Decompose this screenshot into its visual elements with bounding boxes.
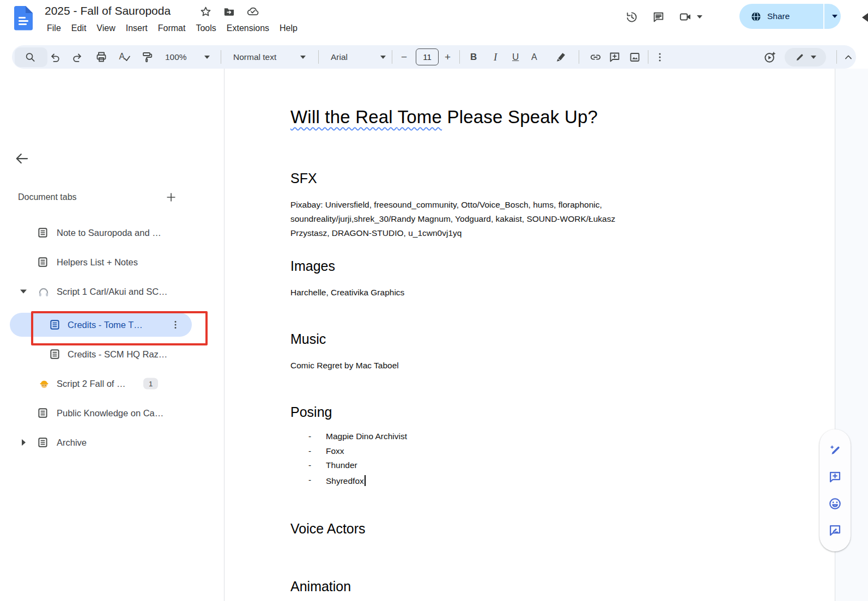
toolbar-divider [836,50,837,64]
move-folder-icon[interactable] [223,5,235,18]
search-icon[interactable] [24,51,37,63]
underline-button[interactable]: U [512,52,519,63]
expand-caret-right-icon[interactable] [22,439,26,446]
star-icon[interactable] [199,5,212,18]
sidebar-item-note-to-sauropoda[interactable]: Note to Sauropoda and … [0,221,218,245]
menu-insert[interactable]: Insert [123,22,151,34]
menu-extensions[interactable]: Extensions [223,22,272,34]
font-caret-icon[interactable] [380,56,386,59]
floating-actions-pill [820,429,851,551]
sidebar-item-credits-scm[interactable]: Credits - SCM HQ Raz… [0,342,218,366]
increase-font-size-button[interactable]: + [445,51,451,63]
document-title[interactable]: 2025 - Fall of Sauropoda [45,4,171,17]
style-caret-icon[interactable] [300,56,306,59]
editing-mode-button[interactable] [785,48,826,66]
video-call-caret-icon[interactable] [697,15,702,19]
menu-file[interactable]: File [44,22,64,34]
document-page[interactable]: Will the Real Tome Please Speak Up? SFX … [224,69,835,601]
menu-help[interactable]: Help [276,22,301,34]
sidebar-item-script-2[interactable]: Script 2 Fall of … 1 [0,372,218,396]
list-bullet: - [308,460,311,470]
paragraph-style-select[interactable]: Normal text [233,52,276,62]
expand-caret-down-icon[interactable] [20,290,27,294]
add-tab-icon[interactable] [165,191,177,203]
fab-add-comment-icon[interactable] [828,470,842,484]
paint-format-icon[interactable] [141,51,154,64]
menu-view[interactable]: View [93,22,118,34]
heading-sfx: SFX [290,171,317,186]
toolbar-divider [459,50,460,64]
toolbar-divider [318,50,319,64]
add-comment-icon[interactable] [608,51,621,64]
sidebar-item-public-knowledge[interactable]: Public Knowledge on Ca… [0,401,218,425]
document-tabs-sidebar: Document tabs Note to Sauropoda and … He… [0,69,218,601]
text-color-button[interactable]: A [531,52,537,62]
redo-icon[interactable] [71,51,84,64]
share-button[interactable]: Share [739,4,841,29]
document-tabs-header: Document tabs [18,192,77,202]
insert-link-icon[interactable] [589,51,602,64]
heading-images: Images [290,258,335,274]
tab-count-badge: 1 [143,378,158,390]
zoom-select[interactable]: 100% [165,52,187,62]
share-dropdown-caret-icon[interactable] [832,15,837,18]
list-bullet: - [308,446,311,456]
misspelled-text: Will the Real [290,107,398,127]
collapse-toolbar-chevron-icon[interactable] [842,51,854,63]
sidebar-item-helpers-list[interactable]: Helpers List + Notes [0,250,218,274]
spellcheck-icon[interactable]: A [118,50,131,64]
misspelled-text: Tome [398,107,442,127]
sidebar-item-archive[interactable]: Archive [0,430,218,454]
tab-doc-icon [37,408,48,419]
italic-button[interactable]: I [494,51,497,63]
more-options-kebab-icon[interactable] [654,51,666,63]
list-bullet: - [308,432,311,441]
editing-mode-caret-icon [811,56,816,59]
font-size-input[interactable]: 11 [416,48,439,65]
comments-icon[interactable] [652,10,665,24]
suggest-edits-icon[interactable] [828,523,842,538]
version-history-icon[interactable] [625,10,639,24]
text-cursor [365,475,366,486]
play-circle-sparkle-icon[interactable] [763,50,777,64]
video-call-icon[interactable] [678,10,693,24]
menu-tools[interactable]: Tools [192,22,219,34]
google-docs-window: 2025 - Fall of Sauropoda [0,0,868,601]
list-bullet: - [308,475,311,485]
menu-format[interactable]: Format [155,22,189,34]
back-arrow-icon[interactable] [14,150,30,167]
menu-edit[interactable]: Edit [68,22,90,34]
worker-emoji-icon [38,378,50,390]
heading-posing: Posing [290,404,332,420]
globe-icon [750,11,762,22]
font-select[interactable]: Arial [331,52,348,62]
doc-title-heading: Will the Real Tome Please Speak Up? [290,107,598,128]
tab-doc-icon [37,227,48,239]
emoji-reaction-icon[interactable] [828,496,842,511]
tab-doc-icon [49,349,60,360]
decrease-font-size-button[interactable]: − [401,51,407,63]
top-header: 2025 - Fall of Sauropoda [0,0,868,45]
cloud-saved-icon[interactable] [246,5,259,18]
toolbar-divider [392,50,392,64]
sfx-body-line: Pixabay: Universfield, freesound_communi… [290,198,602,212]
insert-image-icon[interactable] [628,51,641,64]
bold-button[interactable]: B [470,52,477,63]
highlight-icon[interactable] [555,51,567,63]
sidebar-item-script-1[interactable]: Script 1 Carl/Akui and SC… [0,280,218,303]
editing-mode-pencil-icon [794,52,805,63]
help-me-write-icon[interactable] [828,443,842,458]
share-button-divider [823,4,824,29]
tab-doc-icon [37,257,48,268]
music-body: Comic Regret by Mac Taboel [290,359,399,373]
title-actions [199,5,259,18]
svg-text:A: A [119,51,125,60]
toolbar-divider [221,50,221,64]
zoom-caret-icon[interactable] [204,56,210,59]
list-item: - Foxx [290,446,617,461]
print-icon[interactable] [95,51,108,64]
list-item: - Thunder [290,460,617,475]
google-docs-logo-icon[interactable] [14,6,33,31]
undo-icon[interactable] [48,51,61,64]
heading-voice-actors: Voice Actors [290,521,366,537]
